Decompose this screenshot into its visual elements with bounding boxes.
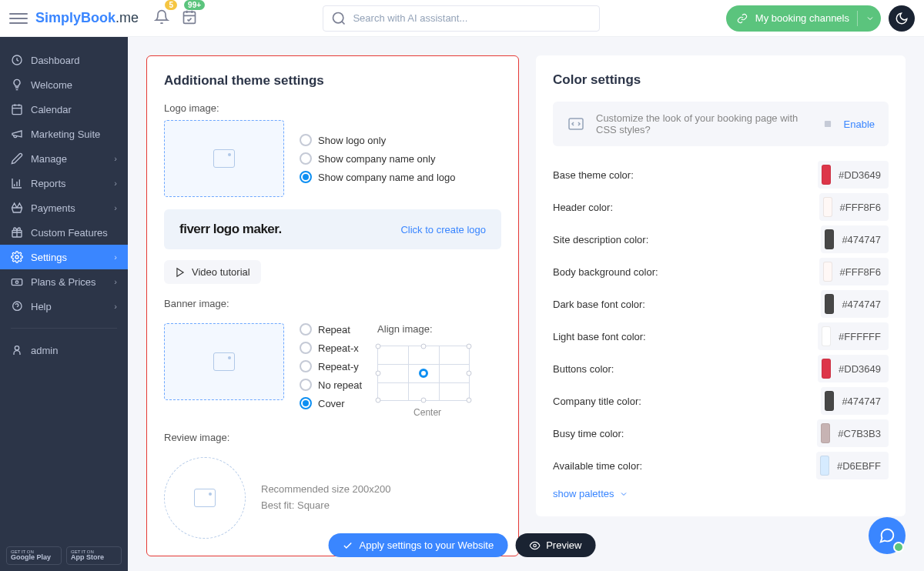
banner-option-1[interactable]: Repeat-x <box>300 342 362 354</box>
color-picker[interactable]: #474747 <box>821 387 889 415</box>
radio-label: Repeat-x <box>318 342 359 354</box>
color-row-2: Site description color:#474747 <box>553 223 889 255</box>
dark-mode-toggle[interactable] <box>889 5 915 32</box>
hamburger-menu[interactable] <box>9 9 28 28</box>
color-picker[interactable]: #FFF8F6 <box>819 258 889 286</box>
radio-icon <box>300 323 312 336</box>
sidebar-item-manage[interactable]: Manage› <box>0 146 128 171</box>
align-bl[interactable] <box>376 398 381 403</box>
logo[interactable]: SimplyBook.me <box>35 10 139 26</box>
color-row-5: Light base font color:#FFFFFF <box>553 320 889 352</box>
fiverr-create-link[interactable]: Click to create logo <box>400 224 486 235</box>
app-store-badge[interactable]: GET IT ON App Store <box>66 546 122 565</box>
align-tr[interactable] <box>467 344 472 349</box>
calendar-badge: 99+ <box>184 0 205 10</box>
sidebar-item-marketing-suite[interactable]: Marketing Suite <box>0 122 128 146</box>
color-label: Body background color: <box>553 266 658 278</box>
align-image-control: Align image: <box>377 323 477 418</box>
sidebar-item-payments[interactable]: Payments› <box>0 195 128 220</box>
radio-icon <box>300 134 312 146</box>
show-palettes-link[interactable]: show palettes <box>553 488 889 499</box>
apply-settings-button[interactable]: Apply settings to your Website <box>329 533 508 557</box>
color-row-0: Base theme color:#DD3649 <box>553 159 889 191</box>
payments-icon <box>11 202 23 214</box>
align-bc[interactable] <box>421 398 427 403</box>
color-label: Header color: <box>553 202 613 213</box>
enable-css-link[interactable]: Enable <box>844 119 875 130</box>
notifications-button[interactable]: 5 <box>154 9 169 27</box>
sidebar-item-help[interactable]: Help› <box>0 294 128 319</box>
color-row-4: Dark base font color:#474747 <box>553 288 889 320</box>
banner-option-4[interactable]: Cover <box>300 397 362 409</box>
svg-point-5 <box>15 255 18 259</box>
sidebar-item-dashboard[interactable]: Dashboard <box>0 48 128 72</box>
logo-option-1[interactable]: Show company name only <box>300 152 456 165</box>
info-icon[interactable] <box>822 119 833 129</box>
chart-icon <box>11 177 23 189</box>
app-store-links: GET IT ON Google Play GET IT ON App Stor… <box>0 540 128 571</box>
color-picker[interactable]: #C7B3B3 <box>817 419 889 447</box>
align-br[interactable] <box>467 398 472 403</box>
megaphone-icon <box>11 128 23 140</box>
color-row-7: Company title color:#474747 <box>553 385 889 417</box>
radio-icon <box>300 360 312 372</box>
align-mr[interactable] <box>467 371 472 376</box>
google-play-badge[interactable]: GET IT ON Google Play <box>6 546 62 565</box>
theme-settings-card: Additional theme settings Logo image: Sh… <box>146 55 519 556</box>
calendar-button[interactable]: 99+ <box>182 9 197 27</box>
align-tc[interactable] <box>421 344 427 349</box>
chat-fab[interactable] <box>869 517 906 554</box>
color-swatch <box>821 423 830 443</box>
moon-icon <box>895 12 909 25</box>
color-picker[interactable]: #DD3649 <box>818 355 889 382</box>
color-picker[interactable]: #474747 <box>821 225 889 253</box>
sidebar-item-label: Marketing Suite <box>31 129 100 140</box>
align-tl[interactable] <box>376 344 381 349</box>
preview-button[interactable]: Preview <box>515 533 595 557</box>
color-picker[interactable]: #FFFFFF <box>818 322 889 350</box>
alignment-grid[interactable] <box>377 346 470 401</box>
logo-upload[interactable] <box>164 120 284 197</box>
color-picker[interactable]: #474747 <box>821 290 889 318</box>
color-picker[interactable]: #D6EBFF <box>816 452 889 479</box>
color-label: Base theme color: <box>553 169 634 181</box>
color-picker[interactable]: #FFF8F6 <box>819 193 889 221</box>
sidebar-item-calendar[interactable]: Calendar <box>0 97 128 122</box>
sidebar-item-plans-prices[interactable]: Plans & Prices› <box>0 269 128 294</box>
color-swatch <box>822 359 831 379</box>
banner-option-2[interactable]: Repeat-y <box>300 360 362 372</box>
image-placeholder-icon <box>194 489 216 507</box>
booking-channels-button[interactable]: My booking channels <box>726 5 881 32</box>
search-input[interactable] <box>353 12 591 24</box>
logo-option-0[interactable]: Show logo only <box>300 134 456 146</box>
radio-label: Repeat-y <box>318 361 359 372</box>
sidebar-item-label: Manage <box>31 153 67 165</box>
color-hex: #FFFFFF <box>839 331 881 342</box>
banner-option-0[interactable]: Repeat <box>300 323 362 336</box>
svg-rect-6 <box>12 279 22 286</box>
sidebar-item-welcome[interactable]: Welcome <box>0 72 128 97</box>
sidebar-item-reports[interactable]: Reports› <box>0 171 128 195</box>
sidebar-item-admin[interactable]: admin <box>0 338 128 362</box>
link-icon <box>737 13 748 24</box>
color-settings-title: Color settings <box>553 72 889 88</box>
color-picker[interactable]: #DD3649 <box>818 161 889 189</box>
svg-point-8 <box>15 346 18 350</box>
chevron-down-icon <box>619 489 628 499</box>
sidebar-item-custom-features[interactable]: Custom Features <box>0 220 128 245</box>
color-label: Light base font color: <box>553 331 646 342</box>
color-label: Site description color: <box>553 234 648 245</box>
banner-option-3[interactable]: No repeat <box>300 379 362 391</box>
sidebar-item-settings[interactable]: Settings› <box>0 245 128 269</box>
sidebar-item-label: Help <box>31 301 52 312</box>
logo-option-2[interactable]: Show company name and logo <box>300 171 456 183</box>
search-bar[interactable] <box>323 5 600 32</box>
banner-upload[interactable] <box>164 323 284 400</box>
video-tutorial-button[interactable]: Video tutorial <box>164 260 261 284</box>
color-label: Busy time color: <box>553 428 624 439</box>
align-ml[interactable] <box>376 371 381 376</box>
fiverr-logo: fiverr logo maker. <box>179 222 282 237</box>
svg-rect-0 <box>184 12 196 23</box>
review-upload[interactable] <box>164 457 246 539</box>
align-center[interactable] <box>419 369 428 378</box>
